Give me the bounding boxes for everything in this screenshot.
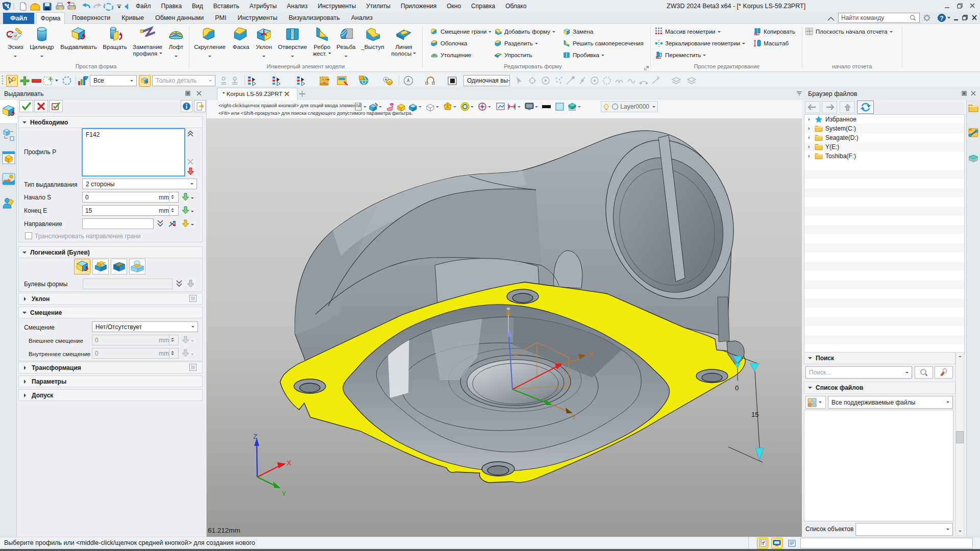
svg-text:2: 2 xyxy=(810,32,812,35)
svg-text:?: ? xyxy=(940,15,943,22)
svg-text:Z: Z xyxy=(253,433,257,440)
svg-text:1: 1 xyxy=(807,32,808,35)
svg-text:4: 4 xyxy=(810,29,812,32)
svg-text:X: X xyxy=(287,459,291,467)
svg-text:61.212mm: 61.212mm xyxy=(208,527,240,534)
svg-text:X: X xyxy=(589,350,594,359)
svg-text:Y: Y xyxy=(282,490,286,497)
svg-text:0: 0 xyxy=(735,384,739,392)
svg-text:Y: Y xyxy=(572,413,577,421)
svg-text:15: 15 xyxy=(751,411,758,418)
svg-text:3: 3 xyxy=(807,29,808,32)
